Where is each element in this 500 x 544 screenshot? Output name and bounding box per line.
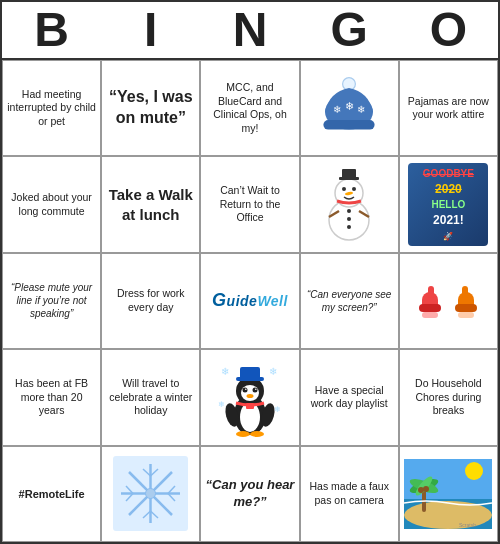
svg-text:❄: ❄ xyxy=(221,366,229,377)
svg-rect-12 xyxy=(342,169,356,178)
svg-point-15 xyxy=(347,225,351,229)
cell-r1c3[interactable] xyxy=(300,156,399,252)
svg-text:❄: ❄ xyxy=(345,100,354,112)
svg-point-40 xyxy=(246,394,253,398)
svg-rect-19 xyxy=(419,304,441,312)
svg-point-36 xyxy=(242,388,247,393)
bingo-header: B I N G O xyxy=(2,2,498,60)
svg-point-33 xyxy=(241,385,259,401)
svg-point-9 xyxy=(352,187,356,191)
snowman-icon xyxy=(317,165,382,245)
svg-rect-45 xyxy=(246,403,254,409)
svg-point-61 xyxy=(465,462,483,480)
header-b: B xyxy=(7,6,97,54)
cell-r3c1[interactable]: Will travel to celebrate a winter holida… xyxy=(101,349,200,445)
svg-rect-20 xyxy=(428,286,434,298)
cell-r2c4[interactable] xyxy=(399,253,498,349)
header-n: N xyxy=(205,6,295,54)
svg-rect-25 xyxy=(458,312,474,318)
penguin-icon: ❄ ❄ ❄ ❄ xyxy=(216,357,284,437)
cell-r0c4[interactable]: Pajamas are now your work attire xyxy=(399,60,498,156)
cell-r4c4[interactable]: Scratsh xyxy=(399,446,498,542)
mittens-icon xyxy=(414,282,482,320)
winter-hat-icon: ❄ ❄ ❄ xyxy=(317,76,381,140)
cell-r2c1[interactable]: Dress for work every day xyxy=(101,253,200,349)
svg-rect-24 xyxy=(462,286,468,298)
cell-r0c1[interactable]: “Yes, I was on mute” xyxy=(101,60,200,156)
svg-point-8 xyxy=(342,187,346,191)
header-o: O xyxy=(403,6,493,54)
svg-text:❄: ❄ xyxy=(218,400,225,409)
cell-r3c0[interactable]: Has been at FB more than 20 years xyxy=(2,349,101,445)
cell-r4c2[interactable]: “Can you hear me?” xyxy=(200,446,299,542)
svg-point-14 xyxy=(347,217,351,221)
svg-point-13 xyxy=(347,209,351,213)
goodbye-badge: GOODBYE 2020 HELLO 2021! 🚀 xyxy=(408,163,488,246)
bingo-grid: Had meeting interrupted by child or pet … xyxy=(2,60,498,542)
cell-r3c2[interactable]: ❄ ❄ ❄ ❄ xyxy=(200,349,299,445)
svg-rect-35 xyxy=(240,367,260,379)
beach-scene-icon: Scratsh xyxy=(404,459,492,529)
svg-rect-2 xyxy=(324,120,375,130)
cell-r0c2[interactable]: MCC, and BlueCard and Clinical Ops, oh m… xyxy=(200,60,299,156)
cell-r2c0[interactable]: “Please mute your line if you’re not spe… xyxy=(2,253,101,349)
svg-point-37 xyxy=(252,388,257,393)
cell-r2c3[interactable]: “Can everyone see my screen?” xyxy=(300,253,399,349)
svg-point-69 xyxy=(418,487,424,493)
svg-point-38 xyxy=(245,389,247,391)
svg-point-59 xyxy=(146,489,156,499)
svg-text:Scratsh: Scratsh xyxy=(459,522,476,528)
cell-r1c0[interactable]: Joked about your long commute xyxy=(2,156,101,252)
cell-r0c3[interactable]: ❄ ❄ ❄ xyxy=(300,60,399,156)
svg-text:❄: ❄ xyxy=(357,104,365,115)
svg-text:❄: ❄ xyxy=(333,104,341,115)
svg-rect-21 xyxy=(422,312,438,318)
cell-r4c0[interactable]: #RemoteLife xyxy=(2,446,101,542)
svg-point-39 xyxy=(255,389,257,391)
cell-r3c4[interactable]: Do Household Chores during breaks xyxy=(399,349,498,445)
svg-point-68 xyxy=(423,486,429,492)
cell-r1c2[interactable]: Can’t Wait to Return to the Office xyxy=(200,156,299,252)
cell-r3c3[interactable]: Have a special work day playlist xyxy=(300,349,399,445)
cell-r4c3[interactable]: Has made a faux pas on camera xyxy=(300,446,399,542)
snowflake-large-icon xyxy=(113,456,188,531)
cell-r0c0[interactable]: Had meeting interrupted by child or pet xyxy=(2,60,101,156)
svg-point-43 xyxy=(236,431,250,437)
cell-r1c4[interactable]: GOODBYE 2020 HELLO 2021! 🚀 xyxy=(399,156,498,252)
guidewell-logo: GuideWell xyxy=(212,289,288,312)
svg-text:❄: ❄ xyxy=(274,405,281,414)
cell-r1c1[interactable]: Take a Walk at lunch xyxy=(101,156,200,252)
header-i: I xyxy=(106,6,196,54)
cell-r4c1[interactable] xyxy=(101,446,200,542)
header-g: G xyxy=(304,6,394,54)
svg-point-44 xyxy=(250,431,264,437)
bingo-card: B I N G O Had meeting interrupted by chi… xyxy=(0,0,500,544)
svg-rect-23 xyxy=(455,304,477,312)
cell-r2c2[interactable]: GuideWell xyxy=(200,253,299,349)
svg-text:❄: ❄ xyxy=(269,366,277,377)
